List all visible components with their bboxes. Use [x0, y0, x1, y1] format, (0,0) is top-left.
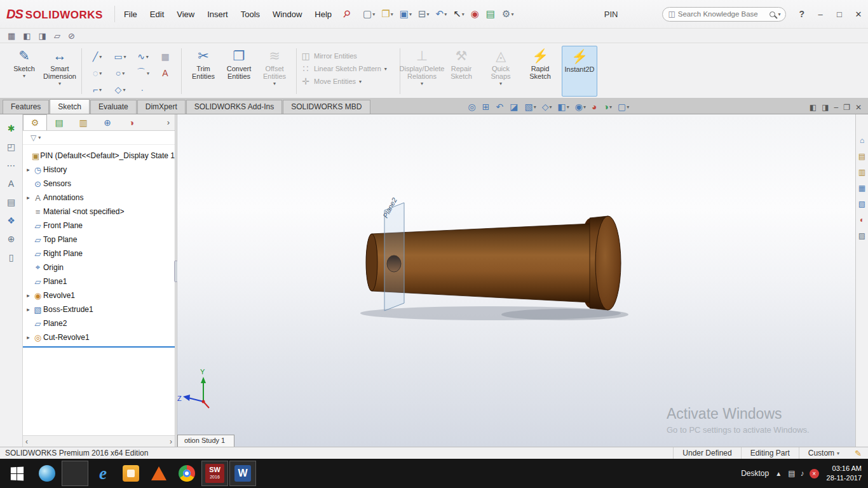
scroll-right-icon[interactable]: ›	[170, 437, 172, 446]
fillet-icon[interactable]: ⌐ ▾	[86, 81, 109, 98]
command-tab[interactable]: SOLIDWORKS Add-Ins	[186, 100, 282, 114]
size-dimension-icon[interactable]: ⋯	[7, 160, 16, 170]
tree-item-sensors[interactable]: ⊙ Sensors	[23, 177, 175, 191]
featuremanager-tab-icon[interactable]: ⚙	[23, 114, 47, 130]
trim-entities-button[interactable]: ✂ Trim Entities	[186, 46, 221, 97]
apply-scene-icon[interactable]: ◑ ▾	[601, 101, 613, 112]
point-icon[interactable]: ∙	[132, 81, 154, 98]
help-button[interactable]: ?	[792, 9, 811, 19]
save-icon[interactable]: ▣ ▾	[397, 6, 414, 22]
units-selector[interactable]: Custom ▾	[799, 447, 848, 459]
expand-arrow-icon[interactable]: ▸	[24, 334, 32, 341]
quick-snaps-button[interactable]: ◬ Quick Snaps ▾	[483, 46, 519, 97]
home-icon[interactable]: ⌂	[860, 136, 864, 145]
tree-item-pin-root[interactable]: ▣ PIN (Default<<Default>_Display State 1	[23, 149, 175, 163]
photos-app-icon[interactable]	[118, 461, 144, 486]
constraint-status-icon[interactable]: ▯	[9, 252, 14, 262]
new-document-icon[interactable]: ▢ ▾	[360, 6, 377, 22]
doc-restore-icon[interactable]: ❐	[843, 103, 850, 112]
doc-minimize-icon[interactable]: –	[834, 103, 838, 112]
tree-item-front-plane[interactable]: ▱ Front Plane	[23, 219, 175, 233]
expand-arrow-icon[interactable]: ▸	[24, 166, 32, 173]
hide-show-items-icon[interactable]: ◉ ▾	[573, 101, 588, 112]
sketch-picture-icon[interactable]: ▦	[154, 48, 177, 65]
network-globe-icon[interactable]	[34, 461, 60, 486]
expand-arrow-icon[interactable]: ▸	[24, 306, 32, 313]
motion-study-tab[interactable]: otion Study 1	[177, 435, 234, 447]
move-entities-button[interactable]: ✛ Move Entities ▾	[301, 76, 396, 86]
filter-vertices-icon[interactable]: ▱	[51, 31, 63, 41]
scroll-left-icon[interactable]: ‹	[25, 437, 28, 446]
expand-arrow-icon[interactable]: ▸	[24, 292, 32, 299]
mirror-entities-button[interactable]: ◫ Mirror Entities	[301, 51, 396, 61]
edit-appearance-icon[interactable]: ◕	[590, 101, 599, 112]
graphics-viewport[interactable]: Plane2 Y Z Activate Windows Go to PC set…	[177, 114, 855, 447]
polygon-icon[interactable]: ◇ ▾	[109, 81, 132, 98]
menu-item[interactable]: Edit	[144, 6, 170, 23]
command-tab[interactable]: Evaluate	[90, 100, 137, 114]
file-explorer-icon[interactable]	[62, 461, 88, 486]
arc-icon[interactable]: ⌒ ▾	[132, 65, 154, 81]
model-canvas[interactable]: Plane2 Y Z	[177, 114, 855, 447]
tree-item-revolve1[interactable]: ▸ ◉ Revolve1	[23, 288, 175, 302]
menu-item[interactable]: Tools	[234, 6, 266, 23]
command-tab[interactable]: DimXpert	[137, 100, 186, 114]
internet-explorer-icon[interactable]: e	[90, 461, 116, 486]
datum-target-icon[interactable]: ◰	[7, 142, 15, 152]
rollback-bar[interactable]	[23, 346, 175, 348]
expand-arrow-icon[interactable]: ▸	[24, 194, 32, 201]
close-button[interactable]: ✕	[849, 7, 868, 22]
blank[interactable]	[154, 81, 177, 98]
tree-item-origin[interactable]: ⌖ Origin	[23, 261, 175, 274]
touch-keyboard-icon[interactable]: ▤	[788, 469, 795, 478]
line-icon[interactable]: ╱ ▾	[86, 48, 109, 65]
command-tab[interactable]: Features	[3, 100, 49, 114]
task-pane-list-icon[interactable]: ▤	[484, 6, 498, 22]
repair-sketch-button[interactable]: ⚒ Repair Sketch	[444, 46, 479, 97]
select-icon[interactable]: ↖ ▾	[451, 6, 467, 22]
selection-filter-icon[interactable]: ▦	[5, 31, 18, 41]
tree-item-right-plane[interactable]: ▱ Right Plane	[23, 247, 175, 261]
filter-edges-icon[interactable]: ◨	[36, 31, 49, 41]
search-caret[interactable]: ▾	[778, 11, 780, 17]
resources-icon[interactable]: ▤	[858, 152, 865, 161]
tree-item-plane2[interactable]: ▱ Plane2	[23, 316, 175, 330]
tree-item-material[interactable]: ≡ Material <not specified>	[23, 205, 175, 219]
menu-item[interactable]: View	[170, 6, 201, 23]
desktop-label[interactable]: Desktop	[741, 469, 769, 478]
clear-filter-icon[interactable]: ⊘	[65, 31, 78, 41]
options-gear-icon[interactable]: ⚙ ▾	[499, 6, 516, 22]
appearances-icon[interactable]: ◐	[860, 215, 864, 224]
undo-icon[interactable]: ↶ ▾	[433, 6, 450, 22]
word-icon[interactable]: W	[229, 461, 256, 486]
tree-item-top-plane[interactable]: ▱ Top Plane	[23, 233, 175, 247]
open-document-icon[interactable]: ❐ ▾	[379, 6, 395, 22]
start-button[interactable]	[0, 459, 33, 488]
3d-drawing-view-icon[interactable]: ▧ ▾	[522, 101, 538, 112]
configurationmanager-tab-icon[interactable]: ▥	[71, 114, 95, 130]
design-library-icon[interactable]: ▥	[858, 168, 865, 177]
doc-close-icon[interactable]: ✕	[855, 103, 862, 112]
menu-item[interactable]: Help	[308, 6, 338, 23]
search-icon[interactable]	[770, 11, 775, 17]
zoom-fit-icon[interactable]: ◎	[466, 101, 478, 112]
command-tab[interactable]: Sketch	[50, 99, 90, 114]
selection-toggle-icon[interactable]: ◉	[468, 6, 482, 22]
propertymanager-tab-icon[interactable]: ▤	[47, 114, 71, 130]
magnified-view-icon[interactable]: ⊕	[8, 234, 15, 244]
display-style-icon[interactable]: ◧ ▾	[555, 101, 571, 112]
view-orientation-icon[interactable]: ◇ ▾	[540, 101, 554, 112]
section-view-icon[interactable]: ◪	[508, 101, 520, 112]
offset-entities-button[interactable]: ≋ Offset Entities ▾	[257, 46, 292, 97]
maximize-button[interactable]: □	[830, 7, 849, 22]
print-icon[interactable]: ⊟ ▾	[416, 6, 432, 22]
minimize-button[interactable]: –	[811, 7, 830, 22]
panel-tabs-overflow[interactable]: ›	[162, 114, 175, 130]
convert-entities-button[interactable]: ❐ Convert Entities	[221, 46, 257, 97]
filter-faces-icon[interactable]: ◧	[20, 31, 33, 41]
tree-item-boss-extrude1[interactable]: ▸ ▧ Boss-Extrude1	[23, 302, 175, 316]
auto-dimension-icon[interactable]: ✱	[8, 123, 15, 133]
volume-icon[interactable]: ♪	[801, 469, 804, 478]
pushpin-icon[interactable]: ⚲	[336, 4, 356, 24]
tree-horizontal-scrollbar[interactable]: ‹ ›	[23, 435, 175, 447]
